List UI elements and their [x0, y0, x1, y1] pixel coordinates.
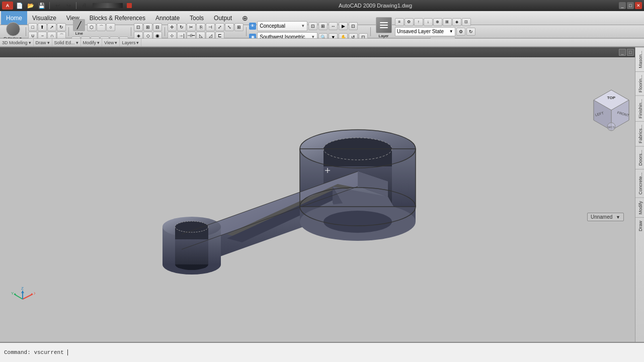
titlebar: A 📄 📂 💾 ↩ ↪ 🖨 AutoCAD 2009 Drawing1.dwg …	[0, 0, 644, 11]
svg-rect-22	[175, 227, 208, 239]
solid-ed1[interactable]: ⊡	[134, 23, 143, 31]
unnamed-label: Unnamed ▼	[587, 213, 624, 221]
minimize-button[interactable]: _	[619, 2, 626, 9]
scale-button[interactable]: ⤡	[225, 23, 234, 31]
arc-button[interactable]: ⌒	[97, 23, 106, 31]
layer-icon2[interactable]: ⚙	[405, 18, 414, 26]
vp-minimize[interactable]: _	[619, 49, 626, 56]
view-btn3[interactable]: ↔	[329, 22, 338, 30]
layer-icon7[interactable]: ◈	[452, 18, 461, 26]
right-panel: Mason... Floorin... Finishin... Fabrics.…	[635, 47, 644, 342]
viewport-titlebar: _ □ ✕	[0, 47, 644, 57]
right-tab-floorin[interactable]: Floorin...	[635, 71, 644, 96]
rotate-button[interactable]: ↻	[177, 23, 186, 31]
connecting-rod-model	[106, 78, 499, 311]
svg-text:Z: Z	[21, 287, 24, 291]
view-btn5[interactable]: ⊡	[349, 22, 358, 30]
command-line[interactable]: Command: vscurrent	[0, 342, 644, 362]
axes-indicator: X Y Z	[10, 287, 35, 312]
layer-state-dropdown[interactable]: Unsaved Layer State ▼	[395, 27, 455, 36]
svg-rect-0	[380, 22, 388, 23]
view-btn4[interactable]: ▶	[339, 22, 348, 30]
app-logo: A	[2, 2, 13, 10]
right-tab-concrete[interactable]: Concrete...	[635, 169, 644, 198]
section-3d-modeling[interactable]: 3D Modeling ▾	[0, 39, 34, 46]
view-btn2[interactable]: ⊞	[318, 22, 328, 30]
array-button[interactable]: ⊞	[234, 23, 244, 31]
open-button[interactable]: 📂	[26, 1, 35, 10]
move-button[interactable]: ✛	[168, 23, 177, 31]
section-labels: 3D Modeling ▾ Draw ▾ Solid Ed... ▾ Modif…	[0, 38, 644, 46]
window-controls: _ □ ✕	[619, 2, 642, 9]
svg-rect-2	[380, 27, 388, 28]
save-button[interactable]: 💾	[37, 1, 46, 10]
menu-tools[interactable]: Tools	[185, 11, 209, 25]
layer-icon3[interactable]: ↑	[414, 18, 423, 26]
svg-text:TOP: TOP	[607, 96, 616, 100]
close-button[interactable]: ✕	[635, 2, 642, 9]
right-tab-fabrics[interactable]: Fabrics...	[635, 121, 644, 146]
svg-point-31	[324, 211, 392, 233]
drawing-area[interactable]: _ □ ✕	[0, 47, 644, 342]
menu-annotate[interactable]: Annotate	[150, 11, 185, 25]
layer-icon8[interactable]: ⊡	[462, 18, 471, 26]
vp-restore[interactable]: □	[627, 49, 634, 56]
circle-button[interactable]: ○	[106, 23, 115, 31]
svg-text:X: X	[34, 291, 35, 296]
svg-marker-57	[21, 291, 24, 293]
section-modify[interactable]: Modify ▾	[81, 39, 103, 46]
right-tab-finishin[interactable]: Finishin...	[635, 96, 644, 122]
command-text: Command: vscurrent	[4, 349, 64, 355]
solid-ed3[interactable]: ⊟	[153, 23, 162, 31]
menu-output[interactable]: Output	[209, 11, 237, 25]
polyline-button[interactable]: ⬡	[87, 23, 96, 31]
section-layers[interactable]: Layers ▾	[120, 39, 141, 46]
section-solid-ed[interactable]: Solid Ed... ▾	[52, 39, 81, 46]
svg-text:Y: Y	[11, 291, 14, 296]
redo-button[interactable]: ↪	[64, 1, 73, 10]
section-draw[interactable]: Draw ▾	[34, 39, 52, 46]
right-tab-mason[interactable]: Mason...	[635, 47, 644, 71]
right-tab-doors[interactable]: Doors...	[635, 146, 644, 169]
ls-icon1[interactable]: ⚙	[456, 28, 465, 36]
layer-icon5[interactable]: ⊕	[433, 18, 442, 26]
svg-rect-8	[324, 149, 392, 166]
layer-icon1[interactable]: ≡	[395, 18, 404, 26]
maximize-button[interactable]: □	[627, 2, 634, 9]
svg-text:WCS: WCS	[608, 126, 615, 129]
stretch-button[interactable]: ⤢	[215, 23, 224, 31]
right-tab-draw[interactable]: Draw	[635, 217, 644, 234]
svg-rect-24	[175, 239, 208, 264]
copy-button[interactable]: ⎘	[196, 23, 205, 31]
trim-button[interactable]: ✂	[187, 23, 196, 31]
solid-ed2[interactable]: ⊞	[143, 23, 152, 31]
right-tab-modify[interactable]: Modify	[635, 198, 644, 218]
window-title: AutoCAD 2009 Drawing1.dwg	[132, 3, 619, 9]
undo-button[interactable]: ↩	[53, 1, 62, 10]
ls-icon2[interactable]: ↻	[466, 28, 475, 36]
box-button[interactable]: □	[28, 23, 37, 31]
toolbar-row: Cylinder ▼ □ ⬆ ↗ ↻ ∪ − ∩ ⌒	[0, 25, 644, 38]
viewcube[interactable]: TOP FRONT LEFT WCS	[589, 87, 629, 128]
layer-icon6[interactable]: ⊞	[443, 18, 452, 26]
extrude-button[interactable]: ⬆	[38, 23, 47, 31]
visual-style-dropdown[interactable]: Conceptual ▼	[257, 21, 307, 31]
mirror-button[interactable]: ⊣	[206, 23, 215, 31]
section-view[interactable]: View ▾	[102, 39, 120, 46]
plot-button[interactable]: 🖨	[79, 1, 89, 10]
view-btn1[interactable]: ⊡	[308, 22, 317, 30]
sweep-button[interactable]: ↗	[47, 23, 56, 31]
revolve-button[interactable]: ↻	[57, 23, 66, 31]
layer-icon4[interactable]: ↓	[424, 18, 433, 26]
line-button[interactable]: ╱ Line	[71, 19, 87, 36]
svg-rect-1	[380, 25, 388, 26]
ribbon: Cylinder ▼ □ ⬆ ↗ ↻ ∪ − ∩ ⌒	[0, 25, 644, 47]
new-button[interactable]: 📄	[15, 1, 24, 10]
